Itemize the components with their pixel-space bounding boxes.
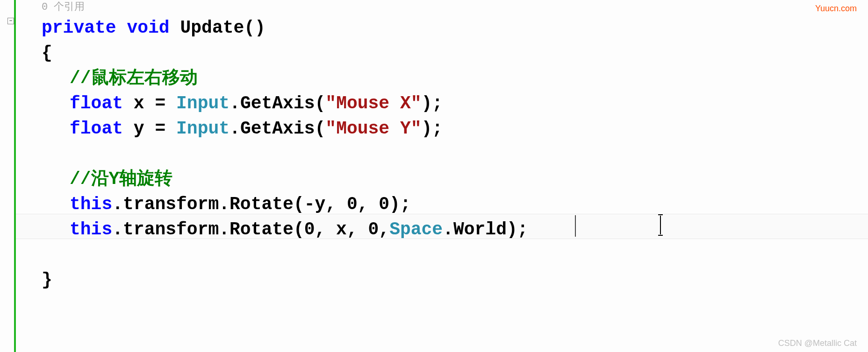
- editor-gutter: −: [0, 0, 16, 352]
- code-line-brace-open: {: [42, 41, 868, 66]
- code-line-rotate-1: this.transform.Rotate(-y, 0, 0);: [42, 192, 868, 217]
- code-line-blank: [42, 141, 868, 167]
- code-line-brace-close: }: [42, 268, 868, 293]
- code-editor[interactable]: − 0 个引用 private void Update() { //鼠标左右移动…: [0, 0, 868, 352]
- watermark-top: Yuucn.com: [815, 4, 857, 14]
- parens: (): [244, 18, 265, 38]
- code-line-comment-2: //沿Y轴旋转: [42, 167, 868, 192]
- code-area[interactable]: 0 个引用 private void Update() { //鼠标左右移动 f…: [16, 0, 868, 352]
- code-line-method-signature: private void Update(): [42, 15, 868, 41]
- fold-toggle-icon[interactable]: −: [7, 18, 14, 24]
- text-caret: [575, 215, 576, 237]
- code-line-blank2: [42, 242, 868, 268]
- code-line-comment-1: //鼠标左右移动: [42, 66, 868, 91]
- codelens-references[interactable]: 0 个引用: [42, 0, 868, 14]
- ibeam-cursor-icon: [660, 216, 661, 234]
- code-line-float-x: float x = Input.GetAxis("Mouse X");: [42, 91, 868, 116]
- method-name-update: Update: [180, 18, 244, 38]
- keyword-private: private: [42, 18, 116, 38]
- watermark-bottom: CSDN @Metallic Cat: [778, 338, 857, 348]
- code-line-float-y: float y = Input.GetAxis("Mouse Y");: [42, 116, 868, 141]
- keyword-void: void: [127, 18, 169, 38]
- code-line-rotate-2: this.transform.Rotate(0, x, 0,Space.Worl…: [42, 217, 868, 242]
